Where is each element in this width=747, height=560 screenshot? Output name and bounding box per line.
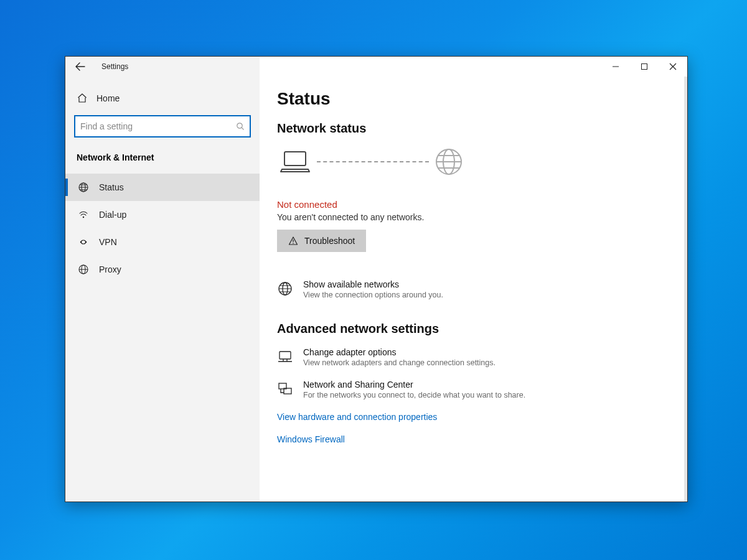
network-status-icon bbox=[78, 182, 89, 193]
settings-window: Settings Home bbox=[65, 56, 688, 502]
svg-rect-15 bbox=[280, 352, 291, 359]
adapter-icon bbox=[277, 348, 293, 365]
search-input[interactable] bbox=[80, 121, 236, 131]
home-label: Home bbox=[96, 93, 120, 103]
back-button[interactable] bbox=[72, 58, 89, 75]
change-adapter-options[interactable]: Change adapter options View network adap… bbox=[277, 347, 670, 367]
sidebar-item-status[interactable]: Status bbox=[65, 174, 260, 201]
search-box[interactable] bbox=[74, 115, 251, 138]
connection-status-desc: You aren't connected to any networks. bbox=[277, 212, 670, 222]
sidebar-item-dialup[interactable]: Dial-up bbox=[65, 201, 260, 228]
minimize-icon bbox=[612, 63, 619, 70]
close-button[interactable] bbox=[659, 57, 687, 77]
window-title: Settings bbox=[101, 62, 128, 71]
laptop-icon bbox=[278, 148, 312, 175]
sidebar-item-label: Proxy bbox=[99, 264, 121, 274]
maximize-icon bbox=[641, 63, 648, 70]
sidebar-item-label: Dial-up bbox=[99, 210, 126, 220]
dialup-icon bbox=[78, 209, 89, 220]
svg-point-4 bbox=[83, 217, 84, 218]
globe-small-icon bbox=[277, 281, 293, 297]
link-hardware-properties[interactable]: View hardware and connection properties bbox=[277, 412, 670, 422]
globe-icon bbox=[434, 147, 464, 177]
troubleshoot-label: Troubleshoot bbox=[304, 236, 355, 246]
troubleshoot-button[interactable]: Troubleshoot bbox=[277, 230, 366, 252]
network-diagram bbox=[277, 147, 670, 177]
home-button[interactable]: Home bbox=[74, 86, 251, 115]
sidebar-item-vpn[interactable]: VPN bbox=[65, 228, 260, 256]
sidebar-nav: Status Dial-up VPN bbox=[65, 174, 260, 283]
connection-status-title: Not connected bbox=[277, 199, 670, 210]
sidebar-item-label: VPN bbox=[99, 237, 117, 247]
section-network-status: Network status bbox=[277, 121, 670, 136]
main-panel: Status Network status Not connected You … bbox=[260, 77, 687, 502]
option-title: Change adapter options bbox=[303, 347, 496, 357]
sidebar-item-label: Status bbox=[99, 182, 124, 192]
back-arrow-icon bbox=[75, 62, 85, 72]
content: Home Network & Internet Status bbox=[65, 77, 687, 502]
svg-rect-0 bbox=[642, 64, 647, 70]
sidebar-item-proxy[interactable]: Proxy bbox=[65, 256, 260, 283]
vpn-icon bbox=[78, 236, 89, 248]
connection-line bbox=[317, 161, 429, 162]
search-icon bbox=[236, 122, 245, 131]
maximize-button[interactable] bbox=[630, 57, 659, 77]
option-desc: View the connection options around you. bbox=[303, 291, 443, 299]
window-controls bbox=[260, 57, 687, 77]
page-title: Status bbox=[277, 89, 670, 109]
close-icon bbox=[669, 63, 677, 70]
sharing-icon bbox=[277, 381, 293, 397]
category-heading: Network & Internet bbox=[74, 138, 251, 174]
titlebar-left: Settings bbox=[65, 57, 260, 77]
home-icon bbox=[77, 93, 88, 104]
titlebar: Settings bbox=[65, 57, 687, 77]
show-available-networks[interactable]: Show available networks View the connect… bbox=[277, 279, 670, 299]
svg-point-1 bbox=[237, 123, 242, 128]
option-desc: View network adapters and change connect… bbox=[303, 358, 496, 367]
proxy-icon bbox=[78, 264, 89, 275]
minimize-button[interactable] bbox=[601, 57, 630, 77]
section-advanced: Advanced network settings bbox=[277, 322, 670, 336]
option-title: Network and Sharing Center bbox=[303, 380, 525, 390]
network-sharing-center[interactable]: Network and Sharing Center For the netwo… bbox=[277, 380, 670, 399]
svg-rect-9 bbox=[284, 152, 306, 166]
option-title: Show available networks bbox=[303, 279, 443, 289]
option-desc: For the networks you connect to, decide … bbox=[303, 391, 525, 399]
sidebar: Home Network & Internet Status bbox=[65, 77, 260, 502]
warning-icon bbox=[288, 236, 298, 246]
svg-point-12 bbox=[293, 243, 294, 244]
link-windows-firewall[interactable]: Windows Firewall bbox=[277, 434, 670, 444]
